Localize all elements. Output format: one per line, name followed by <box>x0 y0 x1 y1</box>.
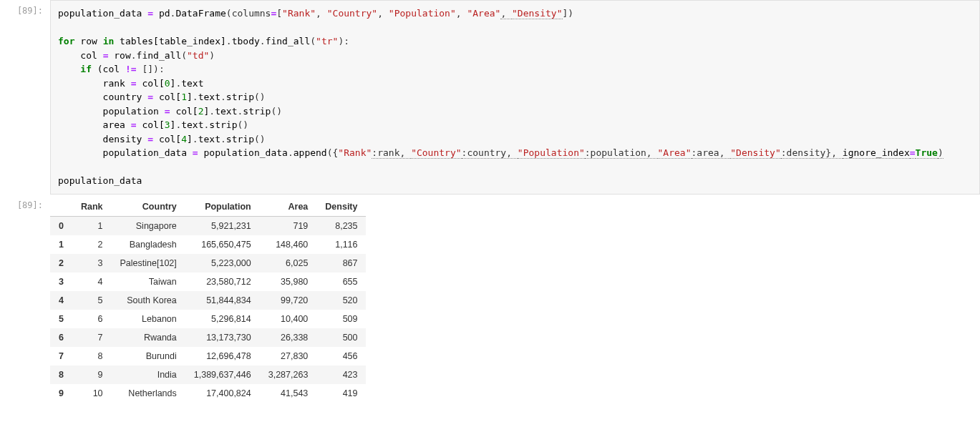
table-row: 45South Korea51,844,83499,720520 <box>50 291 366 310</box>
row-index: 7 <box>50 347 72 365</box>
table-cell: 27,830 <box>260 347 317 365</box>
output-area: RankCountryPopulationAreaDensity 01Singa… <box>50 195 980 403</box>
table-cell: 12,696,478 <box>185 347 260 365</box>
table-cell: 520 <box>316 291 366 310</box>
table-cell: 719 <box>260 216 317 235</box>
dataframe-table: RankCountryPopulationAreaDensity 01Singa… <box>50 197 366 403</box>
notebook-output-cell: [89]: RankCountryPopulationAreaDensity 0… <box>0 195 980 403</box>
table-cell: 8,235 <box>316 216 366 235</box>
table-cell: 423 <box>316 365 366 384</box>
row-index: 3 <box>50 272 72 291</box>
notebook-input-cell: [89]: population_data = pd.DataFrame(col… <box>0 0 980 195</box>
table-cell: 10 <box>72 384 112 403</box>
code-line: for row in tables[table_index].tbody.fin… <box>58 34 972 49</box>
table-body: 01Singapore5,921,2317198,23512Bangladesh… <box>50 216 366 403</box>
index-header <box>50 197 72 217</box>
table-cell: Palestine[102] <box>112 254 185 272</box>
row-index: 0 <box>50 216 72 235</box>
table-cell: 10,400 <box>260 310 317 328</box>
column-header: Country <box>112 197 185 217</box>
table-cell: Burundi <box>112 347 185 365</box>
code-line: col = row.find_all("td") <box>58 49 972 63</box>
code-line <box>58 21 972 35</box>
table-cell: 5 <box>72 291 112 310</box>
table-row: 34Taiwan23,580,71235,980655 <box>50 272 366 291</box>
table-cell: Lebanon <box>112 310 185 328</box>
table-cell: 6,025 <box>260 254 317 272</box>
table-row: 23Palestine[102]5,223,0006,025867 <box>50 254 366 272</box>
table-row: 78Burundi12,696,47827,830456 <box>50 347 366 365</box>
table-cell: 23,580,712 <box>185 272 260 291</box>
table-cell: 9 <box>72 365 112 384</box>
table-cell: 655 <box>316 272 366 291</box>
table-cell: 4 <box>72 272 112 291</box>
code-line <box>58 160 972 175</box>
table-cell: 17,400,824 <box>185 384 260 403</box>
table-row: 910Netherlands17,400,82441,543419 <box>50 384 366 403</box>
table-cell: 99,720 <box>260 291 317 310</box>
code-line: density = col[4].text.strip() <box>58 132 972 147</box>
input-prompt: [89]: <box>0 0 50 16</box>
table-cell: 456 <box>316 347 366 365</box>
code-line: population = col[2].text.strip() <box>58 104 972 119</box>
row-index: 4 <box>50 291 72 310</box>
column-header: Density <box>316 197 366 217</box>
table-cell: 1,389,637,446 <box>185 365 260 384</box>
table-cell: Singapore <box>112 216 185 235</box>
table-cell: Taiwan <box>112 272 185 291</box>
code-line: population_data <box>58 174 972 188</box>
table-cell: 2 <box>72 235 112 254</box>
table-cell: 148,460 <box>260 235 317 254</box>
table-cell: 867 <box>316 254 366 272</box>
table-cell: 5,921,231 <box>185 216 260 235</box>
table-cell: Rwanda <box>112 328 185 347</box>
table-cell: 8 <box>72 347 112 365</box>
table-cell: 51,844,834 <box>185 291 260 310</box>
table-cell: 509 <box>316 310 366 328</box>
code-editor[interactable]: population_data = pd.DataFrame(columns=[… <box>50 0 980 195</box>
table-cell: 5,223,000 <box>185 254 260 272</box>
table-row: 67Rwanda13,173,73026,338500 <box>50 328 366 347</box>
table-row: 89India1,389,637,4463,287,263423 <box>50 365 366 384</box>
column-header: Rank <box>72 197 112 217</box>
table-cell: South Korea <box>112 291 185 310</box>
table-cell: 3 <box>72 254 112 272</box>
table-cell: 26,338 <box>260 328 317 347</box>
table-cell: 5,296,814 <box>185 310 260 328</box>
table-cell: 1,116 <box>316 235 366 254</box>
table-cell: 6 <box>72 310 112 328</box>
table-cell: 1 <box>72 216 112 235</box>
table-cell: Bangladesh <box>112 235 185 254</box>
code-line: population_data = population_data.append… <box>58 146 972 160</box>
row-index: 2 <box>50 254 72 272</box>
row-index: 6 <box>50 328 72 347</box>
column-header: Area <box>260 197 317 217</box>
code-line: population_data = pd.DataFrame(columns=[… <box>58 6 972 21</box>
table-cell: Netherlands <box>112 384 185 403</box>
table-cell: 13,173,730 <box>185 328 260 347</box>
code-line: if (col != []): <box>58 62 972 77</box>
table-row: 56Lebanon5,296,81410,400509 <box>50 310 366 328</box>
code-line: rank = col[0].text <box>58 77 972 91</box>
table-cell: 500 <box>316 328 366 347</box>
table-cell: 3,287,263 <box>260 365 317 384</box>
table-cell: 41,543 <box>260 384 317 403</box>
code-line: area = col[3].text.strip() <box>58 118 972 132</box>
table-cell: 35,980 <box>260 272 317 291</box>
code-line: country = col[1].text.strip() <box>58 90 972 104</box>
output-prompt: [89]: <box>0 195 50 210</box>
table-row: 01Singapore5,921,2317198,235 <box>50 216 366 235</box>
table-cell: 7 <box>72 328 112 347</box>
row-index: 8 <box>50 365 72 384</box>
table-row: 12Bangladesh165,650,475148,4601,116 <box>50 235 366 254</box>
table-cell: 419 <box>316 384 366 403</box>
table-header-row: RankCountryPopulationAreaDensity <box>50 197 366 217</box>
row-index: 5 <box>50 310 72 328</box>
table-cell: 165,650,475 <box>185 235 260 254</box>
row-index: 1 <box>50 235 72 254</box>
table-cell: India <box>112 365 185 384</box>
column-header: Population <box>185 197 260 217</box>
row-index: 9 <box>50 384 72 403</box>
